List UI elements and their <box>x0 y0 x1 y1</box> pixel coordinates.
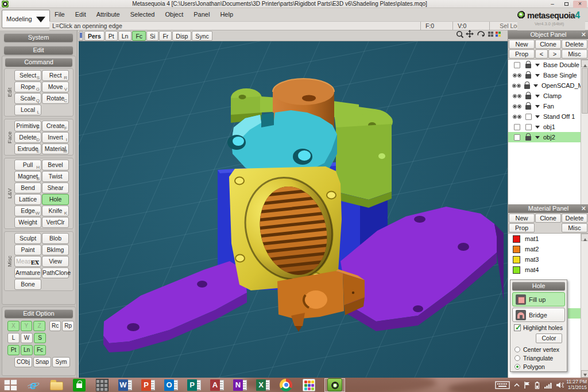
material-misc-button[interactable]: Misc <box>562 223 587 232</box>
powerpoint-icon[interactable]: P <box>141 379 155 391</box>
command-invert-button[interactable]: InvertI <box>42 132 69 143</box>
visibility-eye-icon[interactable] <box>512 84 521 88</box>
color-grid-icon[interactable] <box>302 379 316 391</box>
visibility-eye-icon[interactable] <box>512 104 521 108</box>
menu-attribute[interactable]: Attribute <box>91 9 125 21</box>
command-rotate-button[interactable]: RotateC <box>42 93 69 104</box>
selected-material-row[interactable] <box>568 308 581 319</box>
network-signal-icon[interactable] <box>544 381 552 389</box>
visibility-eye-icon[interactable] <box>512 115 521 119</box>
material-row-mat1[interactable]: mat1 <box>508 234 588 244</box>
object-prop-button[interactable]: Prop <box>509 49 535 59</box>
menu-help[interactable]: Help <box>215 9 238 21</box>
material-row-mat2[interactable]: mat2 <box>508 244 588 254</box>
menu-file[interactable]: File <box>49 9 70 21</box>
object-row-base-single[interactable]: Base Single <box>508 70 588 80</box>
expand-arrow-icon[interactable] <box>535 95 540 100</box>
scroll-up-icon[interactable] <box>581 60 588 67</box>
scroll-down-icon[interactable] <box>581 370 588 378</box>
command-paint-button[interactable]: Paint <box>14 244 41 255</box>
lock-checkbox[interactable] <box>525 114 532 120</box>
object-row-clamp[interactable]: Clamp <box>508 91 588 101</box>
command-section-header[interactable]: Command <box>5 58 72 67</box>
outlook-icon[interactable]: O <box>164 379 178 391</box>
title-bar[interactable]: Metasequoia 4 [C:\Users\Jonathan\Documen… <box>0 0 588 8</box>
menu-selected[interactable]: Selected <box>125 9 160 21</box>
command-extrude-button[interactable]: ExtrudeE <box>14 143 41 154</box>
metasequoia-taskbar-icon[interactable] <box>325 379 345 391</box>
visibility-eye-icon[interactable] <box>512 73 521 77</box>
command-armature-button[interactable]: Armature <box>14 267 41 278</box>
view-grid-icon[interactable] <box>488 32 493 37</box>
expand-arrow-icon[interactable] <box>535 136 540 141</box>
menu-object[interactable]: Object <box>160 9 188 21</box>
pan-icon[interactable] <box>466 30 474 38</box>
object-next-button[interactable]: > <box>548 49 561 59</box>
hole-option-triangulate[interactable]: Triangulate <box>514 354 559 362</box>
command-rope-button[interactable]: RopeG <box>14 81 41 92</box>
command-sculpt-button[interactable]: Sculpt <box>14 233 41 244</box>
edit-option-x-toggle[interactable]: X <box>7 321 20 331</box>
command-scale-button[interactable]: ScaleQ <box>14 93 41 104</box>
edit-option-sym-toggle[interactable]: Sym <box>52 357 70 367</box>
edit-option-ln-toggle[interactable]: Ln <box>21 345 33 355</box>
object-row-openscad-moc[interactable]: OpenSCAD_Moc <box>508 80 588 91</box>
edit-option-fc-toggle[interactable]: Fc <box>34 345 46 355</box>
command-shear-button[interactable]: Shear <box>42 183 69 193</box>
taskbar-clock[interactable]: 11:27 PM 1/1/2015 <box>564 379 587 390</box>
lock-checkbox[interactable] <box>525 124 532 130</box>
command-magnet-button[interactable]: MagnetB <box>14 171 41 182</box>
object-row-base-double[interactable]: Base Double <box>508 60 588 70</box>
word-icon[interactable]: W <box>118 379 132 391</box>
edit-option-cobj-toggle[interactable]: CObj <box>14 357 32 367</box>
object-row-obj1[interactable]: obj1 <box>508 122 588 132</box>
edit-option-s-toggle[interactable]: S <box>34 333 46 343</box>
lock-icon[interactable] <box>525 72 532 79</box>
windows-store-icon[interactable] <box>72 379 86 391</box>
command-blob-button[interactable]: Blob <box>42 233 69 244</box>
hole-option-center-vertex[interactable]: Center vertex <box>514 345 559 354</box>
command-create-button[interactable]: CreateF <box>42 121 69 131</box>
object-list-scrollbar[interactable] <box>581 60 588 204</box>
radio-icon[interactable] <box>514 355 520 361</box>
radio-icon[interactable] <box>514 364 520 370</box>
object-row-obj2[interactable]: obj2 <box>508 132 588 142</box>
scroll-up-icon[interactable] <box>581 234 588 241</box>
command-weight-button[interactable]: Weight <box>14 217 41 228</box>
expand-arrow-icon[interactable] <box>535 105 540 110</box>
visibility-checkbox[interactable] <box>512 134 521 141</box>
command-primitive-button[interactable]: PrimitiveP <box>14 121 41 131</box>
object-clone-button[interactable]: Clone <box>535 40 561 49</box>
highlight-holes-checkbox[interactable]: ✓ <box>514 324 521 331</box>
object-misc-button[interactable]: Misc <box>562 49 587 59</box>
material-row-mat3[interactable]: mat3 <box>508 254 588 265</box>
keyboard-icon[interactable] <box>495 381 510 390</box>
command-pull-button[interactable]: PullH <box>14 160 41 170</box>
object-row-fan[interactable]: Fan <box>508 101 588 111</box>
hole-option-polygon[interactable]: Polygon <box>514 362 559 371</box>
material-prop-button[interactable]: Prop <box>509 223 535 232</box>
view-tab-si[interactable]: Si <box>146 31 158 41</box>
object-row-stand-off-1[interactable]: Stand Off 1 <box>508 111 588 122</box>
viewport-canvas[interactable] <box>79 41 508 378</box>
action-center-flag-icon[interactable] <box>524 381 531 389</box>
expand-arrow-icon[interactable] <box>535 74 540 79</box>
command-bevel-button[interactable]: Bevel <box>42 160 69 170</box>
internet-explorer-icon[interactable]: e <box>26 379 40 391</box>
view-tab-disp[interactable]: Disp <box>172 31 191 41</box>
object-prev-button[interactable]: < <box>535 49 548 59</box>
lock-icon[interactable] <box>525 103 532 110</box>
start-button[interactable] <box>3 379 17 391</box>
view-tab-fc[interactable]: Fc <box>132 31 146 41</box>
command-pathclone-button[interactable]: PathClone <box>42 267 69 278</box>
fill-up-button[interactable]: Fill up <box>512 292 565 306</box>
chrome-icon[interactable] <box>279 379 293 391</box>
edit-option-rc-toggle[interactable]: Rc <box>49 321 61 331</box>
menu-panel[interactable]: Panel <box>188 9 215 21</box>
file-explorer-icon[interactable] <box>49 379 63 391</box>
visibility-checkbox[interactable] <box>512 62 521 68</box>
color-view-grid-icon[interactable] <box>496 32 501 37</box>
edit-option-z-toggle[interactable]: Z <box>33 321 45 331</box>
color-button[interactable]: Color <box>536 333 562 343</box>
view-tab-pers[interactable]: Pers <box>84 31 105 41</box>
